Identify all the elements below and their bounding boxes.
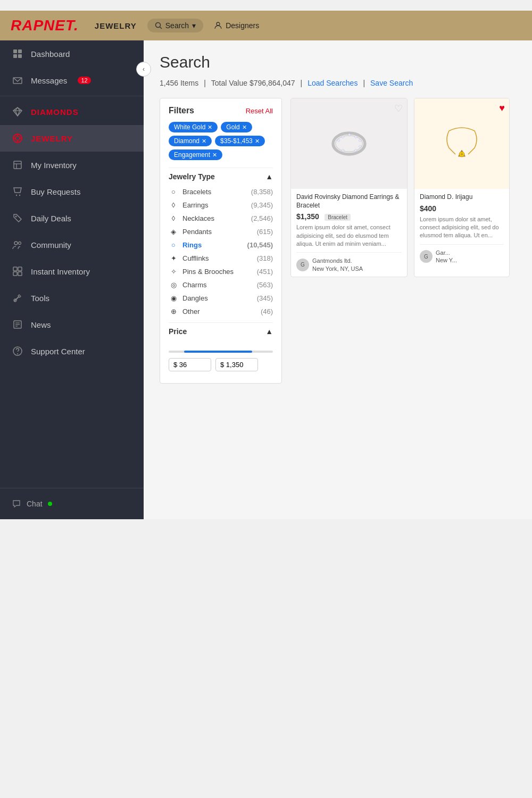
svg-rect-15: [14, 161, 21, 169]
header-search-button[interactable]: Search ▾: [147, 19, 203, 32]
seller-avatar-1: G: [296, 259, 309, 271]
sidebar-item-news[interactable]: News: [0, 311, 144, 338]
sidebar: ‹ Dashboard: [0, 40, 144, 519]
product-grid-area: ♡ David Rovinsky Diamond Earrings & Brac…: [290, 98, 510, 384]
jewelry-type-pins-brooches[interactable]: ✧ Pins & Brooches (451): [169, 265, 273, 278]
header-designers-button[interactable]: Designers: [214, 21, 259, 30]
jewelry-type-cufflinks[interactable]: ✦ Cufflinks (318): [169, 252, 273, 265]
sidebar-item-diamonds[interactable]: DIAMONDS: [0, 98, 144, 125]
sidebar-item-dashboard[interactable]: Dashboard: [0, 40, 144, 67]
sidebar-item-daily-deals[interactable]: Daily Deals: [0, 205, 144, 231]
search-icon: [155, 22, 162, 29]
total-value: Total Value $796,864,047: [211, 79, 295, 87]
seller-name-2: Gar...New Y...: [436, 249, 457, 264]
support-icon: [12, 345, 23, 357]
svg-point-18: [16, 195, 17, 196]
sidebar-item-buy-requests[interactable]: Buy Requests: [0, 178, 144, 205]
jewelry-type-necklaces[interactable]: ◊ Necklaces (2,546): [169, 212, 273, 225]
heart-icon-1[interactable]: ♡: [394, 103, 403, 114]
sidebar-label-diamonds: DIAMONDS: [31, 107, 79, 117]
jewelry-type-pendants[interactable]: ◈ Pendants (615): [169, 225, 273, 238]
jewelry-type-rings[interactable]: ○ Rings (10,545): [169, 238, 273, 252]
sidebar-label-buy-requests: Buy Requests: [31, 187, 80, 196]
product-card-1[interactable]: ♡ David Rovinsky Diamond Earrings & Brac…: [290, 98, 408, 277]
bracelet-product-svg: [328, 122, 370, 165]
mail-icon: [12, 74, 23, 86]
svg-point-33: [17, 353, 18, 354]
filter-tag-gold[interactable]: Gold ✕: [221, 122, 252, 132]
product-image-2: ♥: [414, 98, 509, 189]
price-section: [169, 340, 273, 376]
users-icon: [12, 239, 23, 251]
svg-point-19: [19, 195, 20, 196]
necklace-product-svg: [440, 122, 483, 165]
inventory-icon: [12, 159, 23, 171]
remove-engagement[interactable]: ✕: [212, 152, 217, 159]
sidebar-item-community[interactable]: Community: [0, 231, 144, 258]
svg-marker-8: [13, 107, 22, 116]
sidebar-item-jewelry[interactable]: JEWELRY: [0, 125, 144, 152]
filter-tag-price[interactable]: $35-$1,453 ✕: [215, 136, 265, 146]
jewelry-type-charms[interactable]: ◎ Charms (563): [169, 278, 273, 292]
product-grid: ♡ David Rovinsky Diamond Earrings & Brac…: [290, 98, 510, 277]
filter-tag-white-gold[interactable]: White Gold ✕: [169, 122, 218, 132]
jewelry-type-section[interactable]: Jewelry Type ▲: [169, 168, 273, 185]
content-area: Search 1,456 Items | Total Value $796,86…: [144, 40, 532, 519]
divider-1: |: [204, 79, 206, 87]
sidebar-label-news: News: [31, 320, 51, 329]
product-name-2: Diamond D. Irijagu: [420, 193, 504, 202]
product-badge-1: Bracelet: [325, 214, 351, 221]
sidebar-footer: Chat: [0, 488, 144, 519]
filter-tag-engagement[interactable]: Engagement ✕: [169, 149, 222, 160]
sidebar-item-tools[interactable]: Tools: [0, 285, 144, 311]
product-price-2: $400: [420, 204, 436, 213]
reset-all-button[interactable]: Reset All: [246, 107, 273, 115]
sidebar-item-my-inventory[interactable]: My Inventory: [0, 152, 144, 178]
remove-diamond[interactable]: ✕: [202, 138, 206, 145]
dangle-icon: ◉: [169, 294, 178, 302]
jewelry-type-dangles[interactable]: ◉ Dangles (345): [169, 292, 273, 305]
jewelry-type-earrings[interactable]: ◊ Earrings (9,345): [169, 198, 273, 212]
sidebar-chat-item[interactable]: Chat: [0, 494, 144, 514]
heart-icon-2[interactable]: ♥: [499, 103, 505, 114]
remove-white-gold[interactable]: ✕: [207, 124, 212, 131]
save-search-link[interactable]: Save Search: [370, 79, 413, 87]
jewelry-type-list: ○ Bracelets (8,358) ◊ Earrings (9,345) ◊…: [169, 185, 273, 322]
sidebar-item-support[interactable]: Support Center: [0, 338, 144, 364]
remove-price[interactable]: ✕: [255, 138, 260, 145]
filter-tag-diamond[interactable]: Diamond ✕: [169, 136, 212, 146]
pendant-icon: ◈: [169, 228, 178, 236]
load-searches-link[interactable]: Load Searches: [307, 79, 358, 87]
jewelry-type-bracelets[interactable]: ○ Bracelets (8,358): [169, 185, 273, 198]
jewelry-type-other[interactable]: ⊕ Other (46): [169, 305, 273, 318]
chevron-up-icon-price: ▲: [265, 327, 273, 336]
pin-icon: ✧: [169, 268, 178, 276]
earring-icon: ◊: [169, 201, 178, 209]
product-desc-2: Lorem ipsum dolor sit amet, consect adip…: [420, 215, 504, 240]
header-jewelry-nav[interactable]: JEWELRY: [95, 19, 137, 32]
price-inputs: [169, 358, 273, 371]
seller-info-1: G Gantmonds ltd.New York, NY, USA: [296, 252, 402, 272]
divider-3: |: [363, 79, 365, 87]
bracelet-icon: ○: [169, 188, 178, 196]
sidebar-toggle-button[interactable]: ‹: [136, 62, 151, 77]
remove-gold[interactable]: ✕: [242, 124, 247, 131]
charm-icon: ◎: [169, 281, 178, 289]
sidebar-item-messages[interactable]: Messages 12: [0, 67, 144, 94]
sidebar-item-instant-inventory[interactable]: Instant Inventory: [0, 258, 144, 285]
page-title: Search: [160, 53, 519, 71]
summary-bar: 1,456 Items | Total Value $796,864,047 |…: [160, 79, 519, 87]
svg-rect-25: [13, 272, 17, 276]
ring-icon: ○: [169, 241, 178, 249]
sidebar-label-support: Support Center: [31, 347, 85, 356]
instant-inventory-icon: [12, 265, 23, 277]
price-slider-track[interactable]: [169, 351, 273, 353]
svg-point-21: [14, 242, 18, 245]
price-max-input[interactable]: [215, 358, 258, 371]
seller-name-1: Gantmonds ltd.New York, NY, USA: [312, 257, 363, 272]
product-card-2[interactable]: ♥ Diamond D. Irijagu $400 Lorem ipsum do…: [414, 98, 510, 277]
price-section-header[interactable]: Price ▲: [169, 322, 273, 340]
sidebar-label-daily-deals: Daily Deals: [31, 214, 71, 223]
app-logo: RAPNET.: [11, 17, 79, 34]
price-min-input[interactable]: [169, 358, 211, 371]
